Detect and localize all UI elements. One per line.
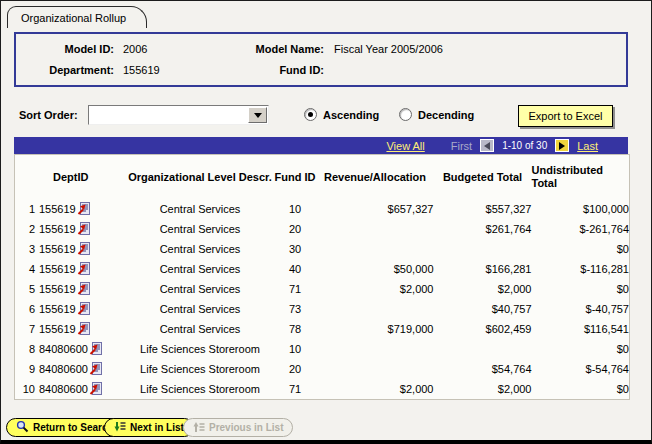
drilldown-icon[interactable]	[77, 262, 90, 277]
radio-decending[interactable]: Decending	[399, 108, 474, 121]
last-link[interactable]: Last	[577, 140, 598, 152]
revenue-allocation-cell	[317, 339, 434, 359]
page-next-icon[interactable]	[555, 139, 569, 152]
budgeted-total-cell: $40,757	[434, 299, 532, 319]
budgeted-total-cell: $557,327	[434, 199, 532, 219]
drilldown-icon[interactable]	[77, 322, 90, 337]
organizational-rollup-page: Organizational Rollup Model ID: 2006 Mod…	[0, 0, 652, 444]
grid-header-row: DeptID Organizational Level Descr. Fund …	[15, 155, 630, 200]
org-level-descr: Life Sciences Storeroom	[127, 379, 274, 400]
view-all-link[interactable]: View All	[386, 140, 424, 152]
model-name-value: Fiscal Year 2005/2006	[334, 43, 443, 55]
fund-id-cell: 20	[274, 219, 317, 239]
model-name-label: Model Name:	[238, 43, 324, 55]
department-value: 155619	[123, 64, 238, 76]
revenue-allocation-cell: $719,000	[317, 319, 434, 339]
row-number: 10	[15, 383, 35, 395]
radio-ascending-label: Ascending	[323, 109, 379, 121]
revenue-allocation-cell	[317, 219, 434, 239]
undistributed-total-cell: $-261,764	[532, 219, 630, 239]
deptid-value: 84080600	[39, 343, 88, 355]
org-level-descr: Central Services	[127, 199, 274, 219]
revenue-allocation-cell: $657,327	[317, 199, 434, 219]
org-level-descr: Central Services	[127, 259, 274, 279]
fund-id-cell: 20	[274, 359, 317, 379]
undistributed-total-cell: $0	[532, 379, 630, 400]
undistributed-total-cell: $-116,281	[532, 259, 630, 279]
previous-in-list-label: Previous in List	[209, 422, 283, 433]
next-in-list-label: Next in List	[130, 422, 184, 433]
row-number: 3	[15, 243, 35, 255]
table-row: 1 155619 Central Services 10 $657,327 $5…	[15, 199, 630, 219]
drilldown-icon[interactable]	[89, 342, 102, 357]
budgeted-total-cell: $261,764	[434, 219, 532, 239]
radio-ascending[interactable]: Ascending	[304, 108, 379, 121]
radio-ascending-circle[interactable]	[304, 108, 317, 121]
drilldown-icon[interactable]	[89, 382, 102, 397]
export-to-excel-button[interactable]: Export to Excel	[518, 105, 613, 127]
fund-id-cell: 30	[274, 239, 317, 259]
model-id-label: Model ID:	[24, 43, 114, 55]
sort-order-label: Sort Order:	[19, 109, 78, 121]
fund-id-cell: 73	[274, 299, 317, 319]
sort-order-value	[93, 109, 248, 122]
revenue-allocation-cell: $2,000	[317, 379, 434, 400]
page-range-text: 1-10 of 30	[502, 140, 547, 151]
org-level-descr: Central Services	[127, 299, 274, 319]
row-number: 5	[15, 283, 35, 295]
budgeted-total-cell: $602,459	[434, 319, 532, 339]
deptid-value: 155619	[39, 243, 76, 255]
deptid-value: 84080600	[39, 383, 88, 395]
radio-decending-circle[interactable]	[399, 108, 412, 121]
drilldown-icon[interactable]	[77, 222, 90, 237]
return-to-search-label: Return to Search	[33, 422, 114, 433]
undistributed-total-cell: $116,541	[532, 319, 630, 339]
undistributed-total-cell: $-54,764	[532, 359, 630, 379]
model-info-row-1: Model ID: 2006 Model Name: Fiscal Year 2…	[16, 43, 626, 55]
drilldown-icon[interactable]	[89, 362, 102, 377]
search-icon	[16, 420, 29, 435]
drilldown-icon[interactable]	[77, 242, 90, 257]
fund-id-cell: 78	[274, 319, 317, 339]
radio-decending-label: Decending	[418, 109, 474, 121]
previous-in-list-icon	[193, 421, 205, 435]
deptid-value: 155619	[39, 283, 76, 295]
table-row: 2 155619 Central Services 20 $261,764 $-…	[15, 219, 630, 239]
budgeted-total-cell: $2,000	[434, 279, 532, 299]
row-number: 8	[15, 343, 35, 355]
deptid-value: 155619	[39, 223, 76, 235]
dropdown-arrow-icon[interactable]	[248, 107, 267, 123]
fund-id-label: Fund ID:	[238, 64, 324, 76]
fund-id-cell: 40	[274, 259, 317, 279]
table-row: 5 155619 Central Services 71 $2,000 $2,0…	[15, 279, 630, 299]
col-header-revenue: Revenue/Allocation	[317, 155, 434, 200]
model-id-value: 2006	[123, 43, 238, 55]
undistributed-total-cell: $100,000	[532, 199, 630, 219]
tab-label: Organizational Rollup	[21, 12, 126, 24]
grid-body: 1 155619 Central Services 10 $657,327 $5…	[15, 199, 630, 400]
org-level-descr: Life Sciences Storeroom	[127, 359, 274, 379]
col-header-deptid: DeptID	[15, 155, 127, 200]
fund-id-cell: 10	[274, 199, 317, 219]
table-row: 9 84080600 Life Sciences Storeroom 20 $5…	[15, 359, 630, 379]
budgeted-total-cell: $166,281	[434, 259, 532, 279]
col-header-org-level: Organizational Level Descr.	[127, 155, 274, 200]
row-number: 1	[15, 203, 35, 215]
org-level-descr: Central Services	[127, 279, 274, 299]
row-number: 9	[15, 363, 35, 375]
table-row: 7 155619 Central Services 78 $719,000 $6…	[15, 319, 630, 339]
drilldown-icon[interactable]	[77, 282, 90, 297]
budgeted-total-cell: $2,000	[434, 379, 532, 400]
drilldown-icon[interactable]	[77, 202, 90, 217]
table-row: 10 84080600 Life Sciences Storeroom 71 $…	[15, 379, 630, 400]
next-in-list-button[interactable]: Next in List	[104, 418, 194, 437]
department-label: Department:	[24, 64, 114, 76]
drilldown-icon[interactable]	[77, 302, 90, 317]
deptid-value: 84080600	[39, 363, 88, 375]
row-number: 2	[15, 223, 35, 235]
sort-order-dropdown[interactable]	[88, 105, 269, 125]
grid-pager-bar: View All First 1-10 of 30 Last	[14, 137, 628, 154]
tab-organizational-rollup[interactable]: Organizational Rollup	[7, 6, 147, 28]
row-number: 7	[15, 323, 35, 335]
table-row: 8 84080600 Life Sciences Storeroom 10 $0	[15, 339, 630, 359]
